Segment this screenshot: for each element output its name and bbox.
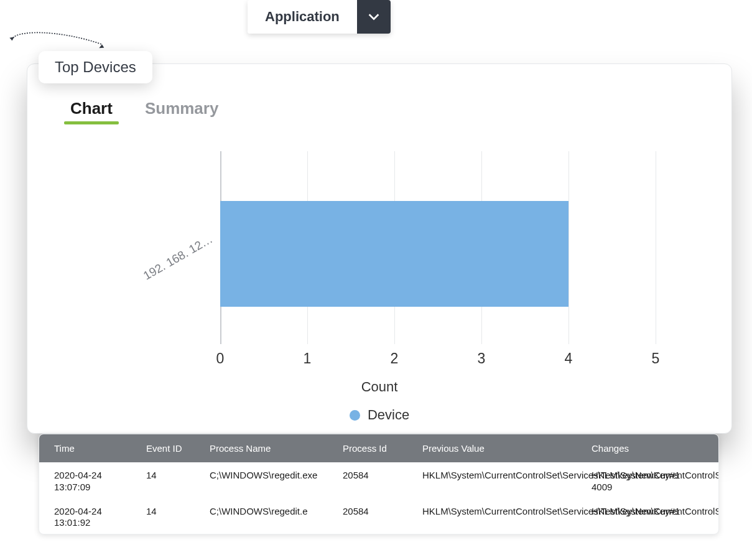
tab-summary[interactable]: Summary	[144, 99, 220, 123]
x-tick: 3	[478, 350, 486, 367]
cell-previous-value: HKLM\System\CurrentControlSet\Services\T…	[416, 498, 585, 534]
chart-legend: Device	[27, 407, 731, 423]
col-process-id[interactable]: Process Id	[337, 434, 416, 462]
table-row[interactable]: 2020-04-24 13:07:09 14 C;\WINDOWS\regedi…	[39, 462, 718, 498]
top-devices-card: Chart Summary 192. 168. 12… 0 1 2 3 4 5 …	[27, 63, 732, 434]
x-tick: 5	[652, 350, 660, 367]
col-event-id[interactable]: Event ID	[140, 434, 203, 462]
chevron-down-icon	[367, 10, 381, 24]
chart-x-axis-label: Count	[27, 379, 731, 433]
legend-label: Device	[368, 407, 409, 423]
x-tick: 4	[565, 350, 573, 367]
col-previous-value[interactable]: Previous Value	[416, 434, 585, 462]
cell-process-id: 20584	[337, 498, 416, 534]
release-selector-caret[interactable]	[357, 0, 391, 34]
events-table: Time Event ID Process Name Process Id Pr…	[39, 434, 719, 534]
cell-time: 2020-04-24 13:07:09	[39, 462, 140, 498]
chart-gridline	[569, 151, 569, 344]
cell-process-id: 20584	[337, 462, 416, 498]
cell-changes: HKLM\System\CurrentControlSet\Services\T…	[585, 462, 717, 498]
legend-swatch-icon	[350, 410, 360, 421]
chart-y-category: 192. 168. 12…	[141, 232, 215, 282]
release-selector-value: Application	[248, 0, 357, 34]
release-selector[interactable]: Application	[248, 0, 391, 34]
cell-process-name: C;\WINDOWS\regedit.e	[203, 498, 337, 534]
table-row[interactable]: 2020-04-24 13:01:92 14 C;\WINDOWS\regedi…	[39, 498, 718, 534]
col-process-name[interactable]: Process Name	[203, 434, 337, 462]
cell-process-name: C;\WINDOWS\regedit.exe	[203, 462, 337, 498]
chart-area: 0 1 2 3 4 5	[220, 151, 656, 363]
panel-title-pill: Top Devices	[39, 51, 152, 83]
card-tabs: Chart Summary	[69, 99, 220, 123]
cell-event-id: 14	[140, 498, 203, 534]
x-tick: 2	[391, 350, 399, 367]
cell-changes: HKLM\System\CurrentControlSet\Services\T…	[585, 498, 717, 534]
tab-chart[interactable]: Chart	[69, 99, 114, 123]
cell-previous-value: HKLM\System\CurrentControlSet\Services\T…	[416, 462, 585, 498]
x-tick: 0	[216, 350, 225, 367]
chart-gridline	[656, 151, 656, 344]
col-changes[interactable]: Changes	[585, 434, 717, 462]
x-tick: 1	[304, 350, 312, 367]
chart-bar[interactable]	[220, 201, 569, 307]
active-tab-underline	[64, 121, 119, 124]
cell-event-id: 14	[140, 462, 203, 498]
table-header-row: Time Event ID Process Name Process Id Pr…	[39, 434, 718, 462]
col-time[interactable]: Time	[39, 434, 140, 462]
cell-time: 2020-04-24 13:01:92	[39, 498, 140, 534]
